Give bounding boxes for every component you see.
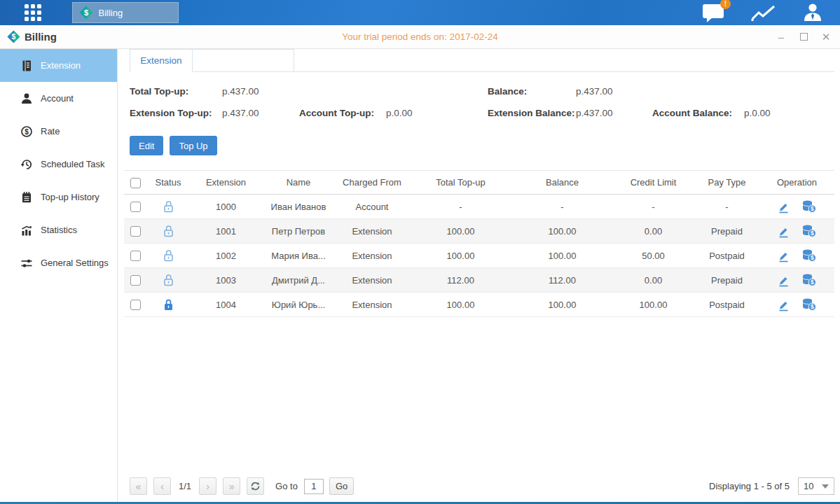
ledger-icon xyxy=(20,59,33,72)
balance-cell: 100.00 xyxy=(511,300,613,310)
tab-strip-filler xyxy=(193,49,294,71)
page-indicator: 1/1 xyxy=(179,481,191,491)
charged-from-cell: Extension xyxy=(334,226,410,237)
extension-cell: 1004 xyxy=(189,300,263,310)
pay-type-cell: Prepaid xyxy=(694,275,760,286)
column-header: Credit Limit xyxy=(613,177,694,188)
sidebar-item-extension[interactable]: Extension xyxy=(0,49,117,82)
account-balance-label: Account Balance: xyxy=(652,102,744,124)
total-top-up-cell: 112.00 xyxy=(410,275,511,286)
total-top-up-cell: 100.00 xyxy=(410,251,511,261)
top-up-extension-icon[interactable]: $ xyxy=(801,224,817,238)
displaying-info: Displaying 1 - 5 of 5 xyxy=(709,481,790,491)
balance-cell: 100.00 xyxy=(511,226,613,237)
pagination-bar: « ‹ 1/1 › » Go to Go Displaying 1 - 5 of… xyxy=(130,477,834,495)
sidebar-item-label: General Settings xyxy=(41,258,109,268)
refresh-icon[interactable] xyxy=(247,477,264,495)
table-header-row: StatusExtensionNameCharged FromTotal Top… xyxy=(124,170,834,195)
next-page-button[interactable]: › xyxy=(199,477,216,495)
pay-type-cell: - xyxy=(694,202,760,212)
balance-label: Balance: xyxy=(488,80,576,102)
row-checkbox[interactable] xyxy=(130,300,141,310)
svg-text:$: $ xyxy=(811,303,814,310)
edit-extension-icon[interactable] xyxy=(777,298,790,312)
sidebar-item-label: Scheduled Task xyxy=(41,159,105,169)
name-cell: Иван Иванов xyxy=(263,202,334,212)
column-header: Operation xyxy=(760,177,834,188)
credit-limit-cell: 100.00 xyxy=(613,300,694,310)
minimize-button[interactable]: – xyxy=(776,31,787,43)
sidebar-item-label: Rate xyxy=(41,126,60,136)
page-size-select[interactable]: 10 xyxy=(798,477,834,495)
row-checkbox[interactable] xyxy=(130,275,141,286)
lock-closed-icon xyxy=(147,298,189,311)
credit-limit-cell: 0.00 xyxy=(613,226,694,237)
row-checkbox[interactable] xyxy=(130,226,141,237)
summary-panel: Total Top-up: p.437.00 Balance: p.437.00… xyxy=(130,80,834,124)
total-top-up-value: p.437.00 xyxy=(222,80,299,102)
extensions-table: StatusExtensionNameCharged FromTotal Top… xyxy=(124,170,834,317)
column-header: Extension xyxy=(189,177,263,188)
top-up-button[interactable]: Top Up xyxy=(170,136,216,155)
row-checkbox[interactable] xyxy=(130,251,141,261)
top-bar: $ Billing ! xyxy=(0,0,840,25)
dollar-circle-icon: $ xyxy=(20,125,33,138)
maximize-button[interactable] xyxy=(798,31,809,43)
table-row: 1001Петр ПетровExtension100.00100.000.00… xyxy=(124,219,834,244)
top-up-extension-icon[interactable]: $ xyxy=(801,248,817,262)
name-cell: Дмитрий Д... xyxy=(263,275,334,286)
chart-icon[interactable] xyxy=(751,4,776,22)
clock-history-icon xyxy=(20,158,33,171)
apps-grid-icon[interactable] xyxy=(25,4,41,21)
credit-limit-cell: 50.00 xyxy=(613,251,694,261)
close-button[interactable]: ✕ xyxy=(820,31,832,43)
column-header: Charged From xyxy=(334,177,410,188)
last-page-button[interactable]: » xyxy=(223,477,240,495)
goto-page-input[interactable] xyxy=(304,479,324,494)
billing-app-tab-label: Billing xyxy=(99,8,123,18)
sidebar-item-label: Extension xyxy=(41,60,81,71)
sidebar-item-top-up-history[interactable]: Top-up History xyxy=(0,181,117,214)
edit-extension-icon[interactable] xyxy=(777,225,790,238)
sidebar-item-rate[interactable]: $Rate xyxy=(0,115,117,148)
go-button[interactable]: Go xyxy=(329,477,354,495)
column-header: Pay Type xyxy=(694,177,760,188)
balance-cell: 112.00 xyxy=(511,275,613,286)
column-header: Status xyxy=(147,177,189,188)
sidebar-item-label: Top-up History xyxy=(41,192,99,202)
svg-text:$: $ xyxy=(811,254,814,261)
billing-app-tab[interactable]: $ Billing xyxy=(72,2,179,23)
total-top-up-label: Total Top-up: xyxy=(130,80,222,102)
edit-extension-icon[interactable] xyxy=(777,274,790,287)
charged-from-cell: Extension xyxy=(334,251,410,261)
sidebar-item-statistics[interactable]: Statistics xyxy=(0,214,117,246)
svg-text:$: $ xyxy=(83,8,88,17)
edit-extension-icon[interactable] xyxy=(777,200,790,214)
stats-chart-icon xyxy=(20,224,33,237)
user-icon[interactable] xyxy=(802,2,823,23)
total-top-up-cell: - xyxy=(410,202,511,212)
top-up-extension-icon[interactable]: $ xyxy=(801,298,817,312)
prev-page-button[interactable]: ‹ xyxy=(153,477,171,495)
top-up-extension-icon[interactable]: $ xyxy=(801,200,817,214)
total-top-up-cell: 100.00 xyxy=(410,300,511,310)
edit-button[interactable]: Edit xyxy=(130,136,163,155)
notifications-chat-icon[interactable]: ! xyxy=(702,3,725,23)
balance-cell: - xyxy=(511,202,613,212)
sidebar-item-scheduled-task[interactable]: Scheduled Task xyxy=(0,148,117,181)
sidebar-item-general-settings[interactable]: General Settings xyxy=(0,246,117,279)
first-page-button[interactable]: « xyxy=(130,477,147,495)
column-header: Name xyxy=(263,177,334,188)
column-header: Balance xyxy=(511,177,613,188)
row-checkbox[interactable] xyxy=(130,202,141,212)
tab-extension[interactable]: Extension xyxy=(130,49,193,72)
pay-type-cell: Postpaid xyxy=(694,300,760,310)
extension-cell: 1001 xyxy=(189,226,263,237)
trial-notice: Your trial period ends on: 2017-02-24 xyxy=(0,31,840,42)
credit-limit-cell: - xyxy=(613,202,694,212)
pay-type-cell: Prepaid xyxy=(694,226,760,237)
edit-extension-icon[interactable] xyxy=(777,249,790,262)
sidebar-item-account[interactable]: Account xyxy=(0,82,117,115)
top-up-extension-icon[interactable]: $ xyxy=(801,273,817,287)
select-all-checkbox[interactable] xyxy=(130,178,141,188)
